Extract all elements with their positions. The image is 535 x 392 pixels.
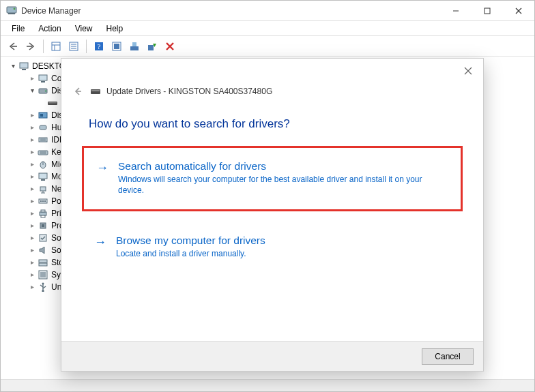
option-search-automatically[interactable]: → Search automatically for drivers Windo… bbox=[82, 146, 463, 211]
svg-rect-1 bbox=[8, 13, 15, 14]
menu-file[interactable]: File bbox=[5, 22, 31, 35]
update-drivers-dialog: Update Drivers - KINGSTON SA400S37480G H… bbox=[61, 58, 484, 372]
chevron-right-icon[interactable] bbox=[28, 269, 36, 281]
close-button[interactable] bbox=[503, 1, 534, 20]
option-title: Search automatically for drivers bbox=[118, 160, 446, 172]
svg-rect-7 bbox=[52, 42, 60, 50]
chevron-right-icon[interactable] bbox=[28, 220, 36, 232]
svg-point-28 bbox=[45, 91, 46, 92]
chevron-right-icon[interactable] bbox=[28, 195, 36, 207]
svg-rect-49 bbox=[42, 200, 44, 202]
chevron-right-icon[interactable] bbox=[28, 207, 36, 220]
svg-rect-0 bbox=[7, 7, 16, 13]
svg-rect-34 bbox=[39, 138, 47, 142]
svg-rect-30 bbox=[48, 102, 57, 104]
svg-rect-53 bbox=[41, 215, 45, 217]
help-icon[interactable]: ? bbox=[91, 38, 107, 55]
update-driver-icon[interactable] bbox=[126, 38, 143, 55]
scan-icon[interactable] bbox=[109, 38, 125, 55]
cpu-icon bbox=[38, 220, 48, 231]
hid-icon bbox=[38, 122, 48, 133]
menu-action[interactable]: Action bbox=[31, 22, 68, 35]
dialog-button-bar: Cancel bbox=[61, 341, 483, 371]
menu-view[interactable]: View bbox=[68, 22, 100, 35]
option-browse-computer[interactable]: → Browse my computer for drivers Locate … bbox=[82, 226, 463, 269]
svg-rect-20 bbox=[148, 45, 154, 50]
toolbar: ? bbox=[1, 36, 534, 57]
svg-rect-23 bbox=[20, 63, 28, 68]
svg-rect-60 bbox=[40, 272, 46, 277]
arrow-right-icon: → bbox=[94, 235, 106, 259]
chevron-down-icon[interactable] bbox=[28, 85, 36, 97]
svg-rect-18 bbox=[130, 46, 139, 50]
chevron-down-icon[interactable] bbox=[9, 60, 17, 72]
drive-icon bbox=[90, 86, 101, 97]
chevron-right-icon[interactable] bbox=[28, 158, 36, 170]
uninstall-icon[interactable] bbox=[162, 38, 178, 55]
dialog-back-button[interactable] bbox=[71, 85, 85, 98]
cancel-button[interactable]: Cancel bbox=[422, 348, 474, 365]
dialog-close-button[interactable] bbox=[460, 63, 476, 79]
svg-rect-37 bbox=[38, 151, 48, 155]
svg-rect-56 bbox=[40, 235, 46, 241]
svg-rect-19 bbox=[132, 42, 136, 46]
forward-icon[interactable] bbox=[23, 38, 39, 55]
arrow-right-icon: → bbox=[96, 160, 109, 196]
svg-text:?: ? bbox=[98, 42, 101, 50]
svg-rect-51 bbox=[40, 212, 46, 215]
chevron-right-icon[interactable] bbox=[28, 244, 36, 256]
dialog-header: Update Drivers - KINGSTON SA400S37480G bbox=[71, 85, 483, 98]
option-title: Browse my computer for drivers bbox=[116, 235, 265, 247]
option-desc: Windows will search your computer for th… bbox=[118, 174, 446, 196]
svg-rect-52 bbox=[41, 210, 45, 212]
chevron-right-icon[interactable] bbox=[28, 146, 36, 158]
svg-rect-57 bbox=[39, 260, 47, 262]
gpu-icon bbox=[38, 110, 48, 121]
option-desc: Locate and install a driver manually. bbox=[116, 248, 265, 259]
network-icon bbox=[38, 183, 48, 194]
mouse-icon bbox=[38, 159, 48, 170]
svg-rect-63 bbox=[42, 290, 44, 292]
chevron-right-icon[interactable] bbox=[28, 109, 36, 121]
maximize-button[interactable] bbox=[472, 1, 503, 20]
chevron-right-icon[interactable] bbox=[28, 134, 36, 146]
chevron-right-icon[interactable] bbox=[28, 121, 36, 134]
chevron-right-icon[interactable] bbox=[28, 281, 36, 293]
computer-icon bbox=[18, 61, 29, 72]
keyboard-icon bbox=[38, 147, 48, 157]
system-icon bbox=[38, 269, 48, 280]
svg-point-2 bbox=[14, 7, 16, 10]
svg-point-62 bbox=[42, 283, 44, 285]
enable-icon[interactable] bbox=[144, 38, 160, 55]
minimize-button[interactable] bbox=[440, 1, 472, 20]
show-hide-icon[interactable] bbox=[48, 38, 64, 55]
separator bbox=[43, 40, 44, 53]
ide-icon bbox=[38, 134, 48, 145]
statusbar bbox=[1, 379, 534, 391]
svg-rect-4 bbox=[485, 8, 490, 14]
window-title: Device Manager bbox=[21, 6, 440, 16]
svg-rect-55 bbox=[42, 224, 44, 227]
monitor-icon bbox=[38, 171, 48, 182]
svg-rect-32 bbox=[40, 114, 43, 117]
dialog-title: Update Drivers - KINGSTON SA400S37480G bbox=[106, 87, 272, 96]
usb-icon bbox=[38, 282, 48, 292]
chevron-right-icon[interactable] bbox=[28, 183, 36, 195]
drive-icon bbox=[47, 97, 58, 108]
chevron-right-icon[interactable] bbox=[28, 72, 36, 85]
properties-icon[interactable] bbox=[66, 38, 82, 55]
chevron-right-icon[interactable] bbox=[28, 232, 36, 244]
device-manager-window: Device Manager File Action View Help ? bbox=[0, 0, 535, 392]
svg-rect-17 bbox=[114, 44, 119, 49]
chevron-right-icon[interactable] bbox=[28, 170, 36, 183]
menu-help[interactable]: Help bbox=[100, 22, 130, 35]
back-icon[interactable] bbox=[5, 38, 21, 55]
monitor-icon bbox=[38, 73, 48, 84]
separator bbox=[86, 40, 87, 53]
svg-rect-24 bbox=[22, 69, 26, 70]
svg-rect-42 bbox=[39, 173, 47, 179]
port-icon bbox=[38, 196, 48, 207]
chevron-right-icon[interactable] bbox=[28, 256, 36, 269]
app-icon bbox=[6, 5, 17, 16]
printer-icon bbox=[38, 208, 48, 219]
